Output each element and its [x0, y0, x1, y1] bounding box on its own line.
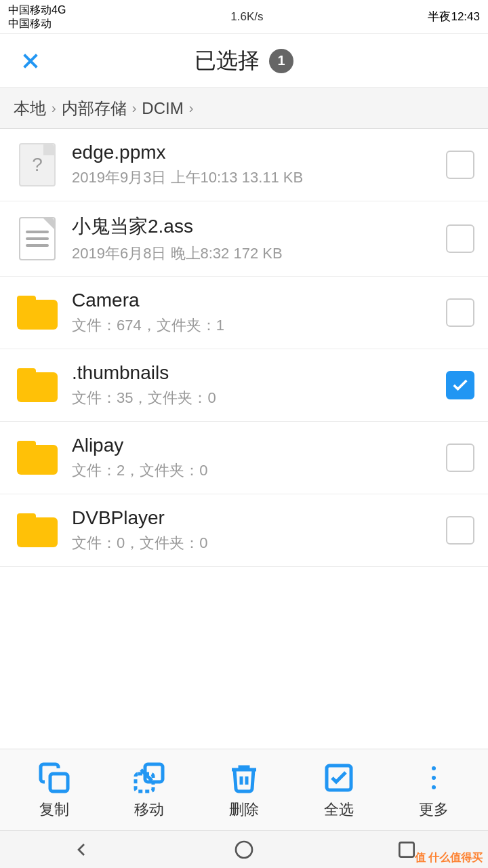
svg-point-9 — [432, 785, 436, 789]
more-button[interactable]: 更多 — [400, 760, 468, 820]
file-checkbox[interactable] — [446, 151, 474, 179]
breadcrumb-dcim[interactable]: DCIM — [142, 99, 183, 118]
text-file-icon — [19, 217, 56, 260]
home-icon — [233, 839, 255, 861]
delete-icon — [226, 760, 262, 795]
folder-icon-dvbplayer — [14, 507, 61, 554]
close-icon — [20, 50, 41, 72]
copy-icon — [37, 760, 72, 795]
file-meta: 文件：35，文件夹：0 — [72, 388, 446, 408]
more-label: 更多 — [419, 800, 449, 820]
unknown-file-icon: ? — [19, 143, 56, 186]
breadcrumb: 本地 › 内部存储 › DCIM › — [0, 88, 488, 129]
breadcrumb-sep2: › — [132, 100, 137, 116]
top-bar: 已选择 1 — [0, 34, 488, 88]
list-item[interactable]: DVBPlayer 文件：0，文件夹：0 — [0, 494, 488, 567]
file-name: .thumbnails — [72, 362, 446, 384]
move-icon — [131, 760, 167, 795]
svg-point-10 — [236, 842, 252, 858]
folder-icon-camera — [14, 289, 61, 336]
status-icons: 半夜12:43 — [428, 9, 480, 24]
file-checkbox[interactable] — [446, 298, 474, 327]
carrier-info: 中国移动4G 中国移动 — [8, 3, 66, 29]
file-name: 小鬼当家2.ass — [72, 214, 446, 239]
close-button[interactable] — [14, 44, 47, 78]
move-label: 移动 — [134, 800, 164, 820]
file-list: ? edge.ppmx 2019年9月3日 上午10:13 13.11 KB 小… — [0, 129, 488, 567]
move-button[interactable]: 移动 — [115, 760, 183, 820]
page-title: 已选择 — [195, 46, 260, 76]
file-info: Camera 文件：674，文件夹：1 — [61, 290, 446, 336]
watermark: 值 什么值得买 — [415, 851, 483, 865]
carrier1: 中国移动4G — [8, 3, 66, 16]
folder-icon-alipay — [14, 434, 61, 481]
file-icon-unknown: ? — [14, 141, 61, 189]
file-checkbox-selected[interactable] — [446, 371, 474, 399]
svg-rect-11 — [399, 842, 413, 856]
selection-badge: 1 — [269, 49, 293, 73]
title-area: 已选择 1 — [195, 46, 293, 76]
bottom-toolbar: 复制 移动 删除 — [0, 749, 488, 830]
file-info: edge.ppmx 2019年9月3日 上午10:13 13.11 KB — [61, 142, 446, 188]
breadcrumb-local[interactable]: 本地 — [14, 98, 46, 119]
folder-icon-thumbnails — [14, 361, 61, 409]
file-name: DVBPlayer — [72, 507, 446, 529]
nav-back-button[interactable] — [54, 836, 108, 863]
file-info: 小鬼当家2.ass 2019年6月8日 晚上8:32 172 KB — [61, 214, 446, 264]
carrier2: 中国移动 — [8, 17, 66, 30]
file-info: .thumbnails 文件：35，文件夹：0 — [61, 362, 446, 408]
list-item[interactable]: ? edge.ppmx 2019年9月3日 上午10:13 13.11 KB — [0, 129, 488, 201]
list-item[interactable]: 小鬼当家2.ass 2019年6月8日 晚上8:32 172 KB — [0, 201, 488, 277]
time: 半夜12:43 — [428, 9, 480, 24]
breadcrumb-sep1: › — [52, 100, 56, 116]
file-meta: 2019年9月3日 上午10:13 13.11 KB — [72, 167, 446, 188]
file-meta: 文件：2，文件夹：0 — [72, 460, 446, 481]
select-all-label: 全选 — [324, 800, 354, 820]
file-name: edge.ppmx — [72, 142, 446, 163]
select-all-button[interactable]: 全选 — [305, 760, 373, 820]
list-item[interactable]: Alipay 文件：2，文件夹：0 — [0, 422, 488, 494]
copy-button[interactable]: 复制 — [20, 760, 88, 820]
select-all-icon — [321, 760, 357, 795]
file-info: DVBPlayer 文件：0，文件夹：0 — [61, 507, 446, 553]
file-meta: 文件：0，文件夹：0 — [72, 533, 446, 553]
file-name: Camera — [72, 290, 446, 311]
file-checkbox[interactable] — [446, 443, 474, 472]
file-checkbox[interactable] — [446, 224, 474, 253]
file-info: Alipay 文件：2，文件夹：0 — [61, 435, 446, 481]
svg-point-8 — [432, 776, 436, 780]
list-item[interactable]: Camera 文件：674，文件夹：1 — [0, 277, 488, 349]
breadcrumb-internal[interactable]: 内部存储 — [62, 98, 127, 119]
file-checkbox[interactable] — [446, 516, 474, 545]
list-item[interactable]: .thumbnails 文件：35，文件夹：0 — [0, 349, 488, 422]
nav-home-button[interactable] — [217, 836, 271, 863]
delete-button[interactable]: 删除 — [210, 760, 278, 820]
file-icon-text — [14, 215, 61, 262]
network-speed: 1.6K/s — [230, 10, 263, 24]
delete-label: 删除 — [229, 800, 259, 820]
svg-rect-2 — [50, 774, 68, 791]
more-icon — [416, 760, 451, 795]
file-name: Alipay — [72, 435, 446, 456]
svg-point-7 — [432, 766, 436, 770]
file-meta: 2019年6月8日 晚上8:32 172 KB — [72, 243, 446, 264]
copy-label: 复制 — [39, 800, 69, 820]
breadcrumb-sep3: › — [189, 100, 194, 116]
file-meta: 文件：674，文件夹：1 — [72, 315, 446, 336]
back-icon — [70, 839, 92, 861]
status-bar: 中国移动4G 中国移动 1.6K/s 半夜12:43 — [0, 0, 488, 34]
